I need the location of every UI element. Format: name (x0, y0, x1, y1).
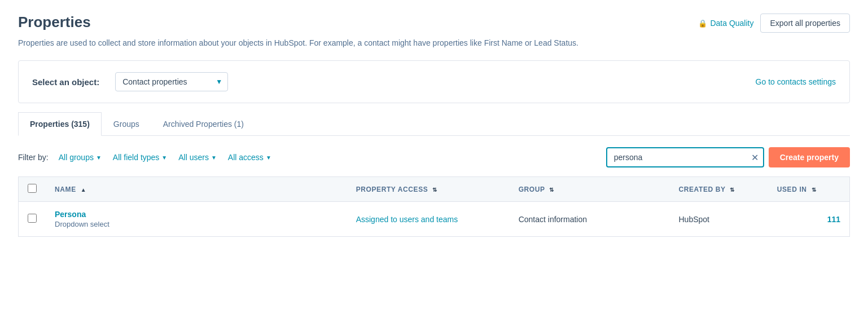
chevron-down-icon: ▼ (211, 155, 217, 161)
property-subtype: Dropdown select (55, 220, 338, 228)
search-container: ✕ (606, 147, 764, 167)
property-name[interactable]: Persona (55, 210, 338, 219)
tab-properties[interactable]: Properties (315) (18, 112, 102, 136)
all-users-label: All users (178, 153, 209, 162)
row-access-cell: Assigned to users and teams (347, 202, 510, 237)
chevron-down-icon: ▼ (96, 155, 102, 161)
sort-icon: ⇅ (730, 187, 735, 193)
tabs-bar: Properties (315) Groups Archived Propert… (18, 112, 850, 136)
tab-archived-properties[interactable]: Archived Properties (1) (151, 112, 256, 135)
all-groups-filter[interactable]: All groups ▼ (55, 151, 105, 164)
tab-groups[interactable]: Groups (102, 112, 151, 135)
select-label: Select an object: (32, 77, 99, 87)
page-description: Properties are used to collect and store… (18, 37, 850, 49)
object-select[interactable]: Contact properties Company properties De… (115, 72, 228, 91)
th-used-in: USED IN ⇅ (768, 177, 850, 202)
row-group-cell: Contact information (510, 202, 670, 237)
page-title: Properties (18, 14, 91, 31)
header-actions: 🔒 Data Quality Export all properties (698, 14, 850, 33)
object-selector-bar: Select an object: Contact properties Com… (18, 60, 850, 103)
th-checkbox (19, 177, 46, 202)
search-clear-button[interactable]: ✕ (751, 152, 759, 163)
sort-icon: ⇅ (812, 187, 817, 193)
export-all-properties-button[interactable]: Export all properties (760, 14, 850, 33)
all-access-label: All access (228, 153, 264, 162)
all-groups-label: All groups (59, 153, 94, 162)
all-field-types-filter[interactable]: All field types ▼ (109, 151, 170, 164)
chevron-down-icon: ▼ (161, 155, 167, 161)
lock-icon: 🔒 (698, 19, 707, 28)
create-property-button[interactable]: Create property (769, 147, 850, 167)
data-quality-link[interactable]: 🔒 Data Quality (698, 19, 753, 28)
goto-contacts-settings-link[interactable]: Go to contacts settings (756, 77, 836, 86)
sort-icon: ⇅ (549, 187, 554, 193)
sort-icon: ⇅ (432, 187, 437, 193)
row-created-by-cell: HubSpot (669, 202, 768, 237)
row-used-in-cell: 111 (768, 202, 850, 237)
property-access-link[interactable]: Assigned to users and teams (356, 215, 458, 224)
th-property-access: PROPERTY ACCESS ⇅ (347, 177, 510, 202)
table-body: Persona Dropdown select Assigned to user… (19, 202, 850, 237)
table-header: NAME ▲ PROPERTY ACCESS ⇅ GROUP ⇅ CREATED… (19, 177, 850, 202)
all-field-types-label: All field types (113, 153, 159, 162)
row-name-cell: Persona Dropdown select (46, 202, 347, 237)
select-container: Contact properties Company properties De… (115, 72, 228, 91)
th-created-by: CREATED BY ⇅ (669, 177, 768, 202)
filter-bar: Filter by: All groups ▼ All field types … (18, 136, 850, 176)
property-used-in-count: 111 (827, 215, 840, 224)
th-name: NAME ▲ (46, 177, 347, 202)
row-checkbox[interactable] (28, 214, 37, 223)
data-quality-label: Data Quality (710, 19, 753, 28)
sort-icon: ▲ (81, 187, 87, 193)
row-checkbox-cell (19, 202, 46, 237)
chevron-down-icon: ▼ (266, 155, 271, 161)
select-wrapper: Select an object: Contact properties Com… (32, 72, 228, 91)
all-users-filter[interactable]: All users ▼ (175, 151, 220, 164)
property-created-by: HubSpot (678, 215, 709, 224)
property-group: Contact information (519, 215, 587, 224)
table-row: Persona Dropdown select Assigned to user… (19, 202, 850, 237)
filter-by-label: Filter by: (18, 153, 49, 162)
select-all-checkbox[interactable] (28, 184, 37, 193)
properties-table: NAME ▲ PROPERTY ACCESS ⇅ GROUP ⇅ CREATED… (18, 176, 850, 237)
search-input[interactable] (606, 147, 764, 167)
th-group: GROUP ⇅ (510, 177, 670, 202)
all-access-filter[interactable]: All access ▼ (225, 151, 275, 164)
